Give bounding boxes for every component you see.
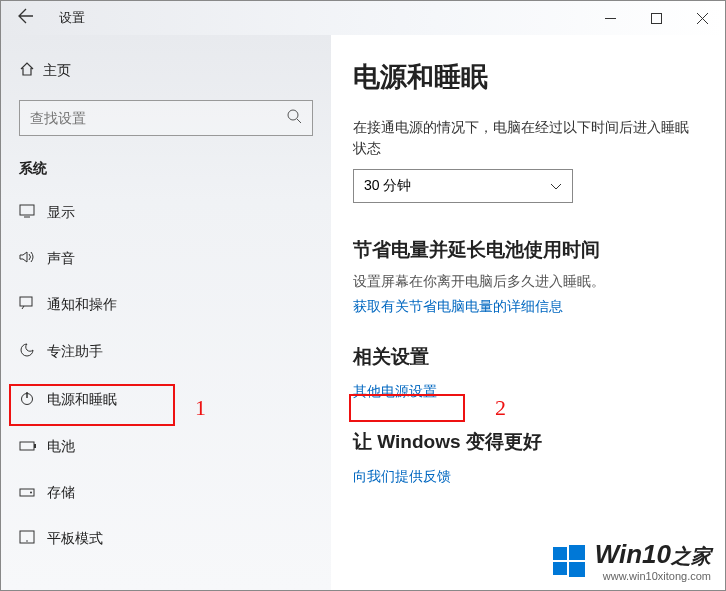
window-title: 设置 xyxy=(59,9,85,27)
search-input[interactable] xyxy=(30,110,287,126)
watermark-main: Win10 xyxy=(595,539,671,569)
sidebar-item-focus[interactable]: 专注助手 xyxy=(1,328,331,376)
other-power-settings-link[interactable]: 其他电源设置 xyxy=(353,383,437,401)
sidebar-item-label: 电池 xyxy=(47,438,75,456)
storage-icon xyxy=(19,484,47,502)
plugged-description: 在接通电源的情况下，电脑在经过以下时间后进入睡眠状态 xyxy=(353,117,697,159)
sidebar-home[interactable]: 主页 xyxy=(1,55,331,94)
svg-point-14 xyxy=(30,492,32,494)
svg-rect-19 xyxy=(553,562,567,575)
sleep-time-select[interactable]: 30 分钟 xyxy=(353,169,573,203)
minimize-button[interactable] xyxy=(587,1,633,35)
sidebar-item-label: 存储 xyxy=(47,484,75,502)
svg-point-16 xyxy=(26,540,28,542)
notifications-icon xyxy=(19,296,47,314)
page-heading: 电源和睡眠 xyxy=(353,59,697,95)
home-icon xyxy=(19,61,43,80)
maximize-button[interactable] xyxy=(633,1,679,35)
svg-rect-12 xyxy=(34,444,36,448)
save-power-desc: 设置屏幕在你离开电脑后多久进入睡眠。 xyxy=(353,273,697,291)
close-icon xyxy=(697,13,708,24)
sleep-time-value: 30 分钟 xyxy=(364,177,411,195)
focus-icon xyxy=(19,342,47,362)
related-settings-heading: 相关设置 xyxy=(353,344,697,370)
svg-rect-8 xyxy=(20,297,32,306)
better-windows-heading: 让 Windows 变得更好 xyxy=(353,429,697,455)
sidebar-item-power[interactable]: 电源和睡眠 xyxy=(1,376,331,424)
minimize-icon xyxy=(605,13,616,24)
annotation-marker-1: 1 xyxy=(195,395,206,421)
power-icon xyxy=(19,390,47,410)
sidebar-item-label: 显示 xyxy=(47,204,75,222)
sidebar-item-battery[interactable]: 电池 xyxy=(1,424,331,470)
battery-icon xyxy=(19,438,47,456)
svg-point-4 xyxy=(288,110,298,120)
arrow-left-icon xyxy=(18,8,34,24)
sidebar-item-label: 平板模式 xyxy=(47,530,103,548)
search-box[interactable] xyxy=(19,100,313,136)
chevron-down-icon xyxy=(550,178,562,194)
sidebar-item-notifications[interactable]: 通知和操作 xyxy=(1,282,331,328)
sidebar-item-sound[interactable]: 声音 xyxy=(1,236,331,282)
save-power-link[interactable]: 获取有关节省电脑电量的详细信息 xyxy=(353,298,563,316)
sidebar-item-label: 电源和睡眠 xyxy=(47,391,117,409)
search-icon xyxy=(287,109,302,127)
content-pane: 电源和睡眠 在接通电源的情况下，电脑在经过以下时间后进入睡眠状态 30 分钟 节… xyxy=(331,35,725,590)
sidebar-home-label: 主页 xyxy=(43,62,71,80)
svg-line-5 xyxy=(297,119,301,123)
sound-icon xyxy=(19,250,47,268)
watermark-url: www.win10xitong.com xyxy=(595,570,711,582)
save-power-heading: 节省电量并延长电池使用时间 xyxy=(353,237,697,263)
svg-rect-6 xyxy=(20,205,34,215)
sidebar-item-storage[interactable]: 存储 xyxy=(1,470,331,516)
close-button[interactable] xyxy=(679,1,725,35)
watermark: Win10之家 www.win10xitong.com xyxy=(551,539,711,582)
svg-rect-1 xyxy=(651,13,661,23)
annotation-marker-2: 2 xyxy=(495,395,506,421)
maximize-icon xyxy=(651,13,662,24)
feedback-link[interactable]: 向我们提供反馈 xyxy=(353,468,451,486)
sidebar-category: 系统 xyxy=(1,154,331,190)
svg-rect-17 xyxy=(553,547,567,560)
sidebar: 主页 系统 显示 声音 通知和操作 专注助手 电源和睡眠 xyxy=(1,35,331,590)
svg-rect-20 xyxy=(569,562,585,577)
windows-logo-icon xyxy=(551,543,587,579)
titlebar: 设置 xyxy=(1,1,725,35)
sidebar-item-tablet[interactable]: 平板模式 xyxy=(1,516,331,562)
sidebar-item-label: 通知和操作 xyxy=(47,296,117,314)
sidebar-item-label: 声音 xyxy=(47,250,75,268)
watermark-zh: 之家 xyxy=(671,545,711,567)
svg-rect-11 xyxy=(20,442,34,450)
sidebar-item-display[interactable]: 显示 xyxy=(1,190,331,236)
svg-rect-18 xyxy=(569,545,585,560)
back-button[interactable] xyxy=(1,8,51,29)
sidebar-item-label: 专注助手 xyxy=(47,343,103,361)
display-icon xyxy=(19,204,47,222)
tablet-icon xyxy=(19,530,47,548)
